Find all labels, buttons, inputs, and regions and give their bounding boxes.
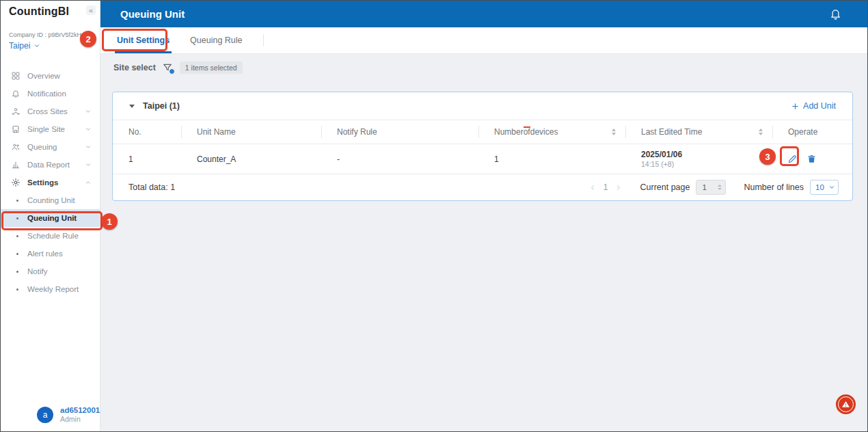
chevron-up-icon bbox=[85, 179, 92, 186]
store-icon bbox=[11, 124, 21, 134]
sort-devices-control[interactable] bbox=[612, 129, 616, 135]
sidebar-item-label: Cross Sites bbox=[27, 107, 68, 116]
avatar: a bbox=[37, 407, 53, 423]
current-page-value: 1 bbox=[696, 183, 718, 191]
plus-icon bbox=[791, 102, 800, 111]
sidebar-subitem-notify[interactable]: Notify bbox=[0, 262, 100, 280]
table-header-row: No. Unit Name Notify Rule Number of devi… bbox=[113, 120, 852, 144]
prev-page-icon[interactable] bbox=[589, 184, 597, 191]
user-role: Admin bbox=[60, 415, 100, 424]
sidebar-item-queuing[interactable]: Queuing bbox=[0, 138, 100, 156]
brand-row: CountingBI « bbox=[0, 0, 100, 18]
bullet-icon bbox=[16, 253, 18, 255]
site-filter-row: Site select 1 items selected bbox=[113, 61, 868, 75]
dashboard-grid-icon bbox=[11, 71, 21, 81]
sidebar-item-single-site[interactable]: Single Site bbox=[0, 120, 100, 138]
col-number-of-devices: Number of devices bbox=[478, 120, 625, 144]
lines-value: 10 bbox=[811, 183, 828, 191]
current-page-stepper[interactable]: 1 bbox=[696, 180, 726, 195]
tab-label: Queuing Rule bbox=[190, 36, 242, 45]
sidebar-subitem-weekly-report[interactable]: Weekly Report bbox=[0, 280, 100, 298]
sidebar-item-data-report[interactable]: Data Report bbox=[0, 156, 100, 174]
chevron-down-icon bbox=[828, 184, 835, 191]
sidebar-subitem-label: Counting Unit bbox=[27, 196, 75, 204]
sidebar-subitem-queuing-unit[interactable]: Queuing Unit bbox=[0, 209, 100, 227]
chevron-down-icon bbox=[85, 144, 92, 150]
sidebar-item-label: Overview bbox=[27, 72, 60, 80]
total-data-label: Total data: 1 bbox=[128, 183, 175, 192]
sidebar-item-label: Settings bbox=[27, 178, 58, 187]
chevron-down-icon bbox=[85, 161, 92, 168]
sidebar-subitem-schedule-rule[interactable]: Schedule Rule bbox=[0, 227, 100, 245]
sidebar-item-cross-sites[interactable]: Cross Sites bbox=[0, 103, 100, 120]
bullet-icon bbox=[16, 271, 18, 273]
bell-icon bbox=[11, 89, 21, 98]
chevron-down-icon bbox=[85, 126, 92, 133]
topbar: Queuing Unit bbox=[100, 0, 868, 27]
sidebar-subitem-label: Weekly Report bbox=[27, 285, 79, 293]
tab-unit-settings[interactable]: Unit Settings bbox=[111, 27, 175, 53]
brand-logo: CountingBI bbox=[9, 5, 69, 18]
sidebar-subitem-counting-unit[interactable]: Counting Unit bbox=[0, 191, 100, 209]
sidebar-collapse-icon[interactable]: « bbox=[86, 5, 96, 15]
tab-divider bbox=[263, 34, 264, 46]
group-title: Taipei (1) bbox=[143, 101, 180, 111]
bar-chart-icon bbox=[11, 160, 21, 170]
content-area: Site select 1 items selected Taipei (1) … bbox=[100, 54, 868, 432]
collapse-caret-icon[interactable] bbox=[129, 105, 135, 108]
user-profile[interactable]: a ad6512001 Admin bbox=[0, 405, 100, 424]
sidebar-nav: Overview Notification Cross Sites bbox=[0, 67, 100, 298]
lines-per-page-select[interactable]: 10 bbox=[810, 180, 839, 195]
filter-funnel-icon[interactable] bbox=[162, 62, 174, 74]
table-row: 1 Counter_A - 1 2025/01/06 14:15 (+8) bbox=[113, 144, 852, 174]
col-notify-rule: Notify Rule bbox=[321, 120, 478, 144]
add-unit-label: Add Unit bbox=[803, 101, 836, 111]
number-of-lines-label: Number of lines bbox=[744, 183, 804, 192]
col-no: No. bbox=[113, 120, 181, 144]
chevron-down-icon bbox=[85, 108, 92, 115]
tab-queuing-rule[interactable]: Queuing Rule bbox=[185, 27, 247, 53]
col-operate: Operate bbox=[772, 120, 852, 144]
bullet-icon bbox=[16, 235, 18, 237]
site-select-label: Site select bbox=[113, 63, 156, 72]
sidebar-subitem-label: Queuing Unit bbox=[27, 214, 77, 222]
table-footer-row: Total data: 1 1 Current page 1 bbox=[113, 174, 852, 200]
bullet-icon bbox=[16, 288, 18, 291]
sidebar-item-notification[interactable]: Notification bbox=[0, 85, 100, 103]
sidebar-subitem-label: Schedule Rule bbox=[27, 232, 79, 240]
sidebar-item-settings[interactable]: Settings bbox=[0, 174, 100, 191]
sidebar: CountingBI « Company ID : p9BrV5f2kHxD T… bbox=[0, 0, 100, 432]
cell-devices: 1 bbox=[478, 144, 625, 174]
add-unit-button[interactable]: Add Unit bbox=[791, 101, 836, 111]
filter-active-dot bbox=[169, 68, 175, 75]
warning-triangle-icon bbox=[838, 396, 854, 412]
alert-fab-button[interactable] bbox=[836, 394, 856, 414]
app-window: CountingBI « Company ID : p9BrV5f2kHxD T… bbox=[0, 0, 868, 432]
cross-sites-icon bbox=[11, 107, 21, 116]
unit-table-card: Taipei (1) Add Unit No. Unit Name Notify… bbox=[112, 92, 853, 201]
delete-trash-icon[interactable] bbox=[806, 154, 817, 164]
col-unit-name: Unit Name bbox=[181, 120, 321, 144]
site-selector-label: Taipei bbox=[9, 41, 30, 51]
tabs-bar: Unit Settings Queuing Rule bbox=[100, 27, 868, 54]
bullet-icon bbox=[16, 200, 18, 202]
col-last-edited-time: Last Edited Time bbox=[625, 120, 772, 144]
sidebar-subitem-alert-rules[interactable]: Alert rules bbox=[0, 245, 100, 262]
gear-icon bbox=[11, 178, 21, 187]
bullet-icon bbox=[16, 217, 18, 219]
next-page-icon[interactable] bbox=[614, 184, 622, 191]
sidebar-item-label: Queuing bbox=[27, 143, 57, 151]
items-selected-badge: 1 items selected bbox=[180, 62, 243, 74]
spellcheck-mark: of bbox=[524, 127, 530, 137]
main-panel: Queuing Unit Unit Settings Queuing Rule … bbox=[100, 0, 868, 432]
sidebar-item-overview[interactable]: Overview bbox=[0, 67, 100, 85]
edit-pencil-icon[interactable] bbox=[787, 154, 798, 164]
group-header-row: Taipei (1) Add Unit bbox=[113, 92, 852, 120]
site-selector[interactable]: Taipei bbox=[9, 41, 91, 51]
pagination: 1 Current page 1 Number of lines 10 bbox=[589, 180, 839, 195]
page-number[interactable]: 1 bbox=[603, 183, 608, 192]
queue-people-icon bbox=[11, 142, 21, 152]
sort-last-edited-control[interactable] bbox=[759, 129, 763, 135]
cell-last-edited: 2025/01/06 14:15 (+8) bbox=[625, 144, 772, 174]
notification-bell-icon[interactable] bbox=[829, 8, 842, 21]
